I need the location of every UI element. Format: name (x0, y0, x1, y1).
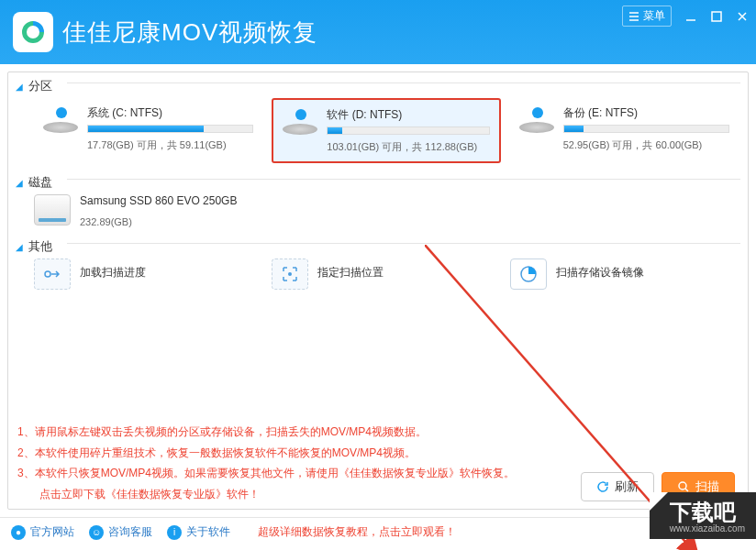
disks-row: Samsung SSD 860 EVO 250GB 232.89(GB) (8, 194, 748, 233)
refresh-label: 刷新 (615, 478, 639, 495)
drive-e-stat: 52.95(GB) 可用，共 60.00(GB) (563, 138, 729, 152)
other-image[interactable]: 扫描存储设备镜像 (510, 258, 739, 290)
sb-support[interactable]: ☺ 咨询客服 (89, 524, 152, 540)
triangle-icon: ◢ (16, 178, 23, 188)
section-others-label: 其他 (28, 238, 52, 255)
drive-c[interactable]: 系统 (C: NTFS) 17.78(GB) 可用，共 59.11(GB) (34, 98, 262, 163)
others-row: 加载扫描进度 指定扫描位置 扫描存储设备镜像 (8, 258, 748, 295)
image-icon (510, 258, 547, 290)
section-partitions: ◢ 分区 (8, 72, 60, 98)
main-panel: ◢ 分区 系统 (C: NTFS) 17.78(GB) 可用，共 59.11(G… (7, 72, 749, 510)
svg-rect-0 (712, 12, 721, 21)
download-badge-main: 下载吧 (670, 500, 736, 524)
refresh-button[interactable]: 刷新 (581, 472, 654, 501)
sb-support-label: 咨询客服 (108, 524, 152, 540)
info-icon: i (167, 525, 182, 540)
sb-tutorial[interactable]: 超级详细数据恢复教程，点击立即观看！ (258, 524, 456, 540)
section-partitions-label: 分区 (28, 78, 52, 94)
disk-item[interactable]: Samsung SSD 860 EVO 250GB 232.89(GB) (34, 194, 263, 227)
drive-icon (283, 107, 319, 137)
drive-c-stat: 17.78(GB) 可用，共 59.11(GB) (87, 138, 253, 152)
divider (67, 82, 740, 83)
note-1: 1、请用鼠标左键双击丢失视频的分区或存储设备，扫描丢失的MOV/MP4视频数据。 (17, 422, 739, 443)
other-path-label: 指定扫描位置 (317, 265, 384, 280)
section-disks: ◢ 磁盘 (8, 169, 60, 194)
menu-button[interactable]: 菜单 (622, 6, 672, 27)
maximize-button[interactable] (710, 10, 723, 23)
divider (67, 243, 740, 244)
app-logo (13, 12, 53, 52)
download-badge-sub: www.xiazaiba.com (670, 523, 745, 534)
statusbar: ● 官方网站 ☺ 咨询客服 i 关于软件 超级详细数据恢复教程，点击立即观看！ (0, 517, 756, 546)
sb-site-label: 官方网站 (30, 524, 74, 540)
disk-size: 232.89(GB) (80, 216, 237, 227)
other-path[interactable]: 指定扫描位置 (272, 258, 500, 290)
download-badge: 下载吧 www.xiazaiba.com (650, 492, 756, 539)
close-button[interactable] (736, 10, 749, 23)
drive-d-name: 软件 (D: NTFS) (327, 107, 489, 123)
sb-about[interactable]: i 关于软件 (167, 524, 230, 540)
disk-name: Samsung SSD 860 EVO 250GB (80, 194, 237, 207)
search-icon (677, 480, 690, 493)
drive-icon (43, 105, 80, 135)
titlebar: 佳佳尼康MOV视频恢复 菜单 (0, 0, 756, 64)
sb-site[interactable]: ● 官方网站 (11, 524, 74, 540)
other-load-label: 加载扫描进度 (80, 265, 146, 280)
minimize-button[interactable] (684, 10, 697, 23)
note-2: 2、本软件使用碎片重组技术，恢复一般数据恢复软件不能恢复的MOV/MP4视频。 (17, 443, 739, 464)
drive-e[interactable]: 备份 (E: NTFS) 52.95(GB) 可用，共 60.00(GB) (510, 98, 739, 163)
window-controls: 菜单 (622, 6, 749, 27)
svg-point-4 (679, 482, 686, 490)
drive-e-name: 备份 (E: NTFS) (563, 105, 729, 121)
path-icon (272, 258, 308, 290)
drives-row: 系统 (C: NTFS) 17.78(GB) 可用，共 59.11(GB) 软件… (8, 98, 748, 169)
drive-icon (519, 105, 556, 135)
triangle-icon: ◢ (16, 242, 23, 252)
globe-icon: ● (11, 525, 26, 540)
menu-label: 菜单 (643, 8, 665, 24)
drive-d[interactable]: 软件 (D: NTFS) 103.01(GB) 可用，共 112.88(GB) (272, 98, 500, 163)
other-load[interactable]: 加载扫描进度 (34, 258, 262, 290)
other-image-label: 扫描存储设备镜像 (556, 265, 644, 280)
load-icon (34, 258, 71, 290)
hdd-icon (34, 194, 71, 226)
divider (67, 179, 740, 180)
headset-icon: ☺ (89, 525, 104, 540)
section-disks-label: 磁盘 (28, 174, 52, 191)
app-title: 佳佳尼康MOV视频恢复 (62, 16, 317, 49)
refresh-icon (596, 480, 609, 493)
sb-about-label: 关于软件 (186, 524, 230, 540)
drive-d-stat: 103.01(GB) 可用，共 112.88(GB) (327, 140, 489, 154)
section-others: ◢ 其他 (8, 233, 60, 258)
drive-c-name: 系统 (C: NTFS) (87, 105, 253, 121)
svg-point-1 (45, 271, 50, 277)
svg-point-2 (288, 272, 292, 276)
triangle-icon: ◢ (16, 82, 23, 92)
